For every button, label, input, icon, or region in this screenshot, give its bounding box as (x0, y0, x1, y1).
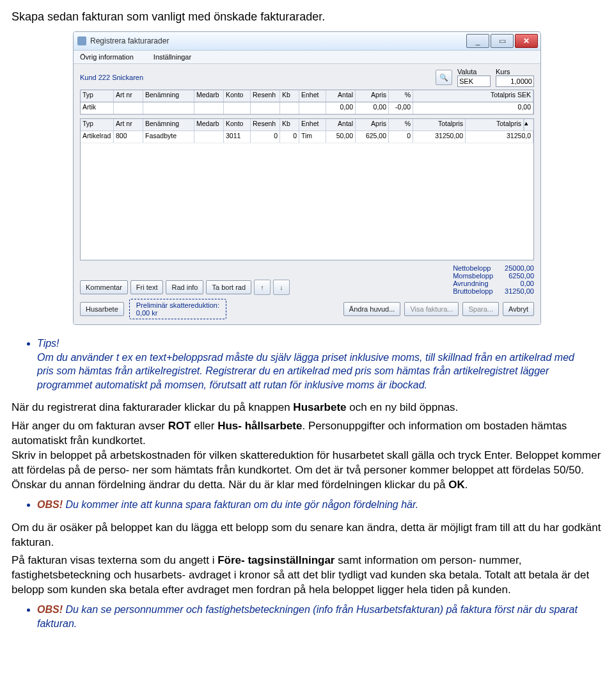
andra-huvud-button[interactable]: Ändra huvud... (343, 302, 401, 316)
arrow-up-icon: ↑ (260, 283, 264, 291)
move-down-button[interactable]: ↓ (273, 280, 290, 295)
valuta-label: Valuta (457, 68, 491, 76)
table-row[interactable]: Artikelrad 800 Fasadbyte 3011 0 0 Tim 50… (81, 131, 533, 143)
close-icon: ✕ (523, 37, 530, 45)
search-icon: 🔍 (439, 74, 448, 82)
paragraph-6: På fakturan visas texterna som du angett… (12, 553, 602, 598)
window-titlebar: Registrera fakturarader _ ▭ ✕ (74, 32, 540, 51)
paragraph-2-3: Här anger du om fakturan avser ROT eller… (12, 419, 602, 493)
maximize-button[interactable]: ▭ (491, 34, 514, 48)
husarbete-button[interactable]: Husarbete (80, 302, 124, 316)
maximize-icon: ▭ (499, 37, 506, 45)
entry-res[interactable] (253, 103, 278, 111)
spara-button[interactable]: Spara... (462, 302, 499, 316)
entry-kb[interactable] (282, 103, 297, 111)
paragraph-1: När du registrerat dina fakturarader kli… (12, 401, 602, 415)
move-up-button[interactable]: ↑ (254, 280, 271, 295)
entry-kon[interactable] (226, 103, 248, 111)
skattereduktion-box: Preliminär skattereduktion: 0,00 kr (129, 299, 226, 319)
menubar: Övrig information Inställningar (74, 51, 540, 64)
obs-2: OBS! Du kan se personnummer och fastighe… (12, 603, 602, 630)
radinfo-button[interactable]: Rad info (166, 280, 203, 294)
fritext-button[interactable]: Fri text (130, 280, 164, 294)
tips-block: Tips! Om du använder t ex en text+belopp… (12, 337, 602, 392)
visa-faktura-button[interactable]: Visa faktura... (404, 302, 459, 316)
arrow-down-icon: ↓ (279, 283, 283, 291)
valuta-select[interactable] (457, 76, 491, 87)
paragraph-5: Om du är osäker på beloppet kan du lägga… (12, 521, 602, 550)
screenshot-container: Registrera fakturarader _ ▭ ✕ Övrig info… (12, 31, 602, 325)
app-window: Registrera fakturarader _ ▭ ✕ Övrig info… (73, 31, 541, 325)
close-button[interactable]: ✕ (515, 34, 538, 48)
entry-apris[interactable] (358, 103, 386, 111)
entry-total[interactable] (415, 103, 531, 111)
obs-1: OBS! Du kommer inte att kunna spara fakt… (12, 498, 602, 512)
entry-ben[interactable] (145, 103, 192, 111)
menu-ovrig[interactable]: Övrig information (80, 53, 143, 61)
entry-pct[interactable] (391, 103, 411, 111)
lines-grid: Typ Art nr Benämning Medarb Konto Resenh… (80, 118, 534, 260)
kommentar-button[interactable]: Kommentar (80, 280, 128, 294)
entry-enh[interactable] (301, 103, 324, 111)
kund-label: Kund 222 Snickaren (80, 74, 143, 81)
tips-heading: Tips! (37, 338, 59, 349)
window-title: Registrera fakturarader (90, 36, 169, 45)
minimize-icon: _ (476, 37, 480, 45)
kurs-input[interactable] (496, 76, 534, 87)
avbryt-button[interactable]: Avbryt (503, 302, 534, 316)
entry-antal[interactable] (328, 103, 353, 111)
tips-body: Om du använder t ex en text+beloppsrad m… (37, 352, 574, 390)
kurs-label: Kurs (496, 68, 534, 76)
entry-med[interactable] (196, 103, 221, 111)
entry-row (80, 102, 534, 115)
entry-header: Typ Art nr Benämning Medarb Konto Resenh… (80, 90, 534, 102)
intro-heading: Skapa sedan fakturan som vanligt med öns… (12, 10, 602, 24)
grid-header: Typ Art nr Benämning Medarb Konto Resenh… (81, 119, 533, 131)
tabort-button[interactable]: Ta bort rad (206, 280, 251, 294)
totals-block: Nettobelopp25000,00 Momsbelopp6250,00 Av… (453, 264, 534, 295)
lookup-button[interactable]: 🔍 (436, 70, 452, 85)
entry-art[interactable] (116, 103, 141, 111)
minimize-button[interactable]: _ (466, 34, 489, 48)
app-icon (77, 36, 86, 45)
entry-typ[interactable] (83, 103, 111, 111)
grid-scroll-up[interactable]: ▴ (524, 119, 533, 131)
menu-installningar[interactable]: Inställningar (154, 53, 200, 61)
